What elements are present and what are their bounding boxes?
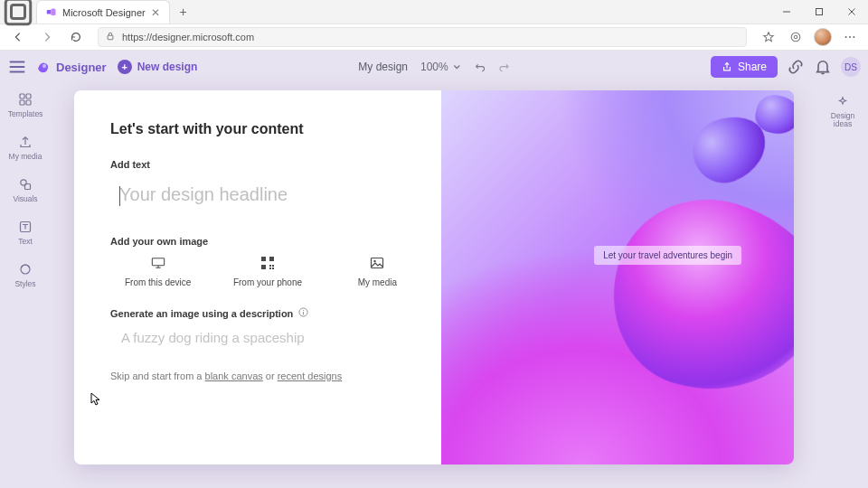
rail-my-media[interactable]: My media [9, 135, 42, 161]
rail-label: My media [9, 152, 42, 161]
svg-rect-1 [12, 5, 25, 19]
svg-point-13 [849, 36, 851, 38]
rail-text[interactable]: Text [18, 220, 33, 246]
svg-point-38 [374, 260, 376, 262]
upload-icon [18, 135, 33, 149]
collections-icon[interactable] [783, 26, 808, 48]
nav-refresh-button[interactable] [63, 26, 89, 48]
favorites-icon[interactable] [756, 26, 781, 48]
svg-rect-8 [108, 35, 113, 40]
preview-headline-chip: Let your travel adventures begin [594, 246, 741, 265]
user-chip[interactable]: DS [841, 57, 861, 77]
svg-point-11 [794, 35, 797, 39]
redo-button[interactable] [499, 61, 510, 72]
share-label: Share [738, 61, 767, 73]
new-design-button[interactable]: + New design [118, 60, 198, 74]
url-text: https://designer.microsoft.com [122, 32, 254, 42]
skip-text: Skip and start from a blank canvas or re… [110, 371, 414, 381]
templates-icon [18, 92, 33, 107]
document-name[interactable]: My design [358, 61, 408, 73]
window-minimize-button[interactable] [770, 0, 803, 24]
svg-point-10 [791, 33, 800, 42]
svg-point-23 [21, 180, 26, 185]
window-close-button[interactable] [835, 0, 868, 24]
generate-label: Generate an image using a description [110, 308, 293, 319]
rail-label: Styles [14, 279, 35, 288]
svg-rect-19 [20, 94, 24, 99]
svg-rect-30 [261, 257, 266, 261]
svg-rect-34 [272, 265, 274, 267]
svg-rect-31 [269, 257, 274, 261]
share-button[interactable]: Share [711, 56, 778, 78]
blob-shape-icon [589, 175, 794, 420]
rail-styles[interactable]: Styles [14, 262, 35, 288]
zoom-control[interactable]: 100% [420, 61, 463, 73]
monitor-icon [151, 256, 165, 270]
source-from-phone[interactable]: From your phone [231, 256, 304, 287]
start-modal: Let's start with your content Add text A… [74, 90, 794, 465]
svg-point-41 [303, 310, 304, 311]
svg-rect-27 [152, 258, 164, 266]
nav-forward-button[interactable] [34, 26, 60, 48]
browser-tab[interactable]: Microsoft Designer ✕ [36, 0, 170, 23]
tab-title: Microsoft Designer [62, 7, 146, 18]
nav-back-button[interactable] [5, 26, 31, 48]
zoom-value: 100% [420, 61, 448, 73]
rail-label: Text [18, 237, 33, 246]
browser-address-bar: https://designer.microsoft.com [0, 24, 868, 51]
new-design-label: New design [137, 61, 198, 73]
info-icon[interactable] [298, 307, 308, 319]
svg-rect-20 [26, 94, 31, 99]
design-ideas-label: Design ideas [823, 112, 863, 129]
new-tab-button[interactable]: + [170, 0, 197, 23]
svg-rect-37 [372, 258, 383, 268]
generate-input[interactable] [110, 324, 414, 351]
brand[interactable]: Designer [36, 60, 107, 74]
styles-icon [18, 262, 33, 277]
link-icon[interactable] [787, 58, 805, 76]
chevron-down-icon [452, 61, 463, 72]
blank-canvas-link[interactable]: blank canvas [205, 371, 263, 381]
svg-rect-2 [47, 10, 52, 14]
browser-menu-button[interactable] [837, 26, 863, 48]
workspace: Templates My media Visuals Text Styles D… [0, 83, 868, 488]
svg-rect-36 [272, 267, 274, 269]
favicon-icon [46, 7, 57, 18]
modal-title: Let's start with your content [110, 121, 414, 137]
user-initials: DS [844, 62, 857, 72]
picture-icon [370, 256, 384, 270]
shapes-icon [18, 177, 33, 192]
headline-input[interactable] [110, 179, 414, 214]
browser-tab-strip: Microsoft Designer ✕ + [0, 0, 868, 24]
hamburger-menu-icon[interactable] [7, 57, 27, 77]
source-from-device[interactable]: From this device [121, 256, 194, 287]
add-image-label: Add your own image [110, 236, 414, 247]
close-tab-icon[interactable]: ✕ [151, 6, 160, 19]
bell-icon[interactable] [814, 58, 832, 76]
app-toolbar: Designer + New design My design 100% Sha… [0, 51, 868, 83]
svg-rect-32 [261, 265, 266, 269]
recent-designs-link[interactable]: recent designs [278, 371, 343, 381]
svg-rect-21 [20, 100, 24, 105]
svg-point-14 [853, 36, 854, 38]
text-icon [18, 220, 33, 234]
lock-icon [106, 32, 115, 42]
rail-templates[interactable]: Templates [8, 92, 43, 118]
modal-preview-panel: Let your travel adventures begin [441, 90, 794, 465]
svg-point-12 [845, 36, 847, 38]
profile-button[interactable] [810, 26, 835, 48]
rail-visuals[interactable]: Visuals [13, 177, 37, 203]
plus-circle-icon: + [118, 60, 132, 74]
right-rail-design-ideas[interactable]: Design ideas [823, 96, 863, 129]
svg-rect-5 [816, 9, 823, 15]
left-rail: Templates My media Visuals Text Styles [0, 83, 51, 488]
url-field[interactable]: https://designer.microsoft.com [98, 27, 747, 47]
avatar-icon [814, 28, 832, 46]
source-my-media[interactable]: My media [341, 256, 414, 287]
undo-button[interactable] [476, 61, 486, 72]
svg-marker-9 [764, 33, 774, 42]
tab-actions-icon[interactable] [0, 0, 36, 23]
source-label: From this device [125, 277, 191, 287]
source-label: My media [358, 277, 397, 287]
window-maximize-button[interactable] [803, 0, 835, 24]
